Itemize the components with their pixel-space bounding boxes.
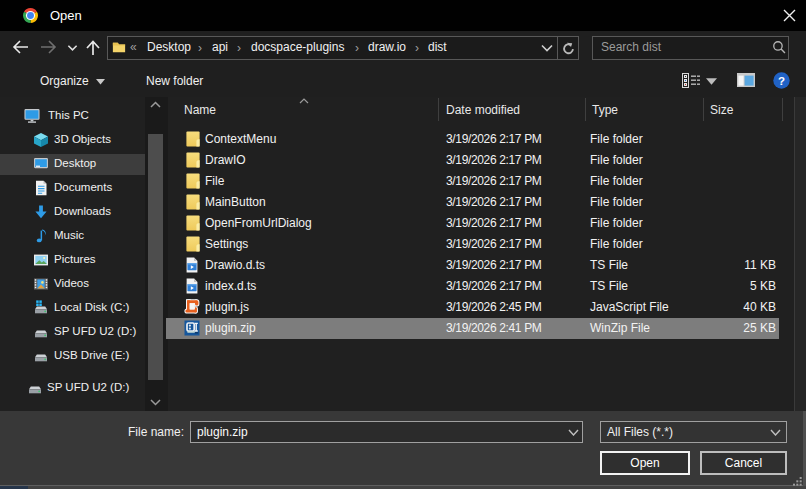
svg-text:?: ?	[778, 75, 785, 87]
